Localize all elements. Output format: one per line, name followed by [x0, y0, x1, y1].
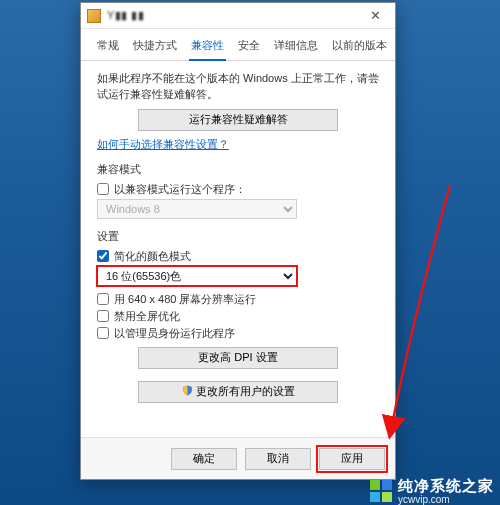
tab-security[interactable]: 安全: [236, 36, 262, 61]
compat-mode-group: 兼容模式 以兼容模式运行这个程序： Windows 8: [97, 162, 379, 219]
reduced-color-checkbox-input[interactable]: [97, 250, 109, 262]
disable-fullscreen-checkbox-input[interactable]: [97, 310, 109, 322]
low-res-checkbox-input[interactable]: [97, 293, 109, 305]
low-res-checkbox-label: 用 640 x 480 屏幕分辨率运行: [114, 292, 256, 307]
tab-previous-versions[interactable]: 以前的版本: [330, 36, 389, 61]
shield-icon: [182, 385, 193, 396]
compat-mode-checkbox-label: 以兼容模式运行这个程序：: [114, 182, 246, 197]
tab-details[interactable]: 详细信息: [272, 36, 320, 61]
compat-mode-checkbox-input[interactable]: [97, 183, 109, 195]
reduced-color-checkbox[interactable]: 简化的颜色模式: [97, 249, 379, 264]
ok-button[interactable]: 确定: [171, 448, 237, 470]
change-dpi-button[interactable]: 更改高 DPI 设置: [138, 347, 338, 369]
dialog-footer: 确定 取消 应用: [81, 437, 395, 479]
tab-body: 如果此程序不能在这个版本的 Windows 上正常工作，请尝试运行兼容性疑难解答…: [81, 69, 395, 437]
titlebar: Y▮▮ ▮▮ ✕: [81, 3, 395, 29]
watermark: 纯净系统之家 ycwvip.com: [370, 477, 494, 505]
settings-title: 设置: [97, 229, 379, 244]
tab-compatibility[interactable]: 兼容性: [189, 36, 226, 61]
reduced-color-checkbox-label: 简化的颜色模式: [114, 249, 191, 264]
compat-mode-select[interactable]: Windows 8: [97, 199, 297, 219]
tab-general[interactable]: 常规: [95, 36, 121, 61]
disable-fullscreen-checkbox-label: 禁用全屏优化: [114, 309, 180, 324]
run-as-admin-checkbox-label: 以管理员身份运行此程序: [114, 326, 235, 341]
run-as-admin-checkbox-input[interactable]: [97, 327, 109, 339]
cancel-button[interactable]: 取消: [245, 448, 311, 470]
tabs: 常规 快捷方式 兼容性 安全 详细信息 以前的版本: [81, 29, 395, 61]
disable-fullscreen-checkbox[interactable]: 禁用全屏优化: [97, 309, 379, 324]
close-icon: ✕: [370, 8, 381, 23]
app-icon: [87, 9, 101, 23]
change-all-users-label: 更改所有用户的设置: [196, 385, 295, 397]
watermark-url: ycwvip.com: [398, 494, 494, 505]
manual-settings-link[interactable]: 如何手动选择兼容性设置？: [97, 137, 229, 152]
change-all-users-button[interactable]: 更改所有用户的设置: [138, 381, 338, 403]
window-title: Y▮▮ ▮▮: [107, 9, 359, 22]
properties-dialog: Y▮▮ ▮▮ ✕ 常规 快捷方式 兼容性 安全 详细信息 以前的版本 如果此程序…: [80, 2, 396, 480]
settings-group: 设置 简化的颜色模式 16 位(65536)色 用 640 x 480 屏幕分辨…: [97, 229, 379, 369]
tab-shortcut[interactable]: 快捷方式: [131, 36, 179, 61]
apply-button[interactable]: 应用: [319, 448, 385, 470]
low-res-checkbox[interactable]: 用 640 x 480 屏幕分辨率运行: [97, 292, 379, 307]
compat-mode-checkbox[interactable]: 以兼容模式运行这个程序：: [97, 182, 379, 197]
close-button[interactable]: ✕: [359, 6, 391, 26]
watermark-logo-icon: [370, 480, 392, 502]
intro-text: 如果此程序不能在这个版本的 Windows 上正常工作，请尝试运行兼容性疑难解答…: [97, 71, 379, 103]
run-as-admin-checkbox[interactable]: 以管理员身份运行此程序: [97, 326, 379, 341]
color-depth-select[interactable]: 16 位(65536)色: [97, 266, 297, 286]
run-troubleshooter-button[interactable]: 运行兼容性疑难解答: [138, 109, 338, 131]
compat-mode-title: 兼容模式: [97, 162, 379, 177]
